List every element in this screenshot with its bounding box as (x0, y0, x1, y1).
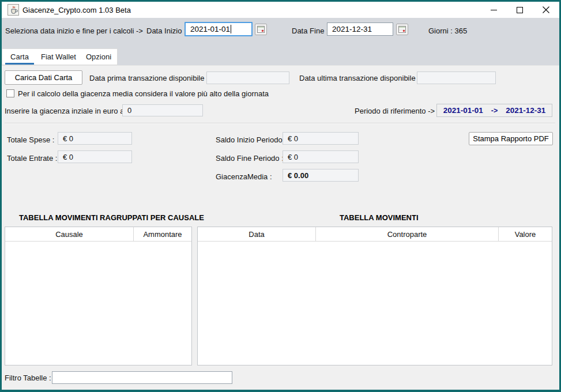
java-app-icon (7, 4, 19, 16)
left-table-title: TABELLA MOVIMENTI RAGRUPPATI PER CAUSALE (19, 213, 204, 222)
column-header-ammontare[interactable]: Ammontare (134, 227, 191, 241)
giacenza-media-checkbox-label: Per il calcolo della giacenza media cons… (18, 89, 269, 98)
data-inizio-value: 2021-01-01 (190, 25, 230, 33)
data-fine-label: Data Fine : (292, 27, 329, 35)
title-bar: Giacenze_Crypto.com 1.03 Beta (2, 2, 559, 18)
instruction-label: Seleziona data inizio e fine per i calco… (5, 27, 143, 35)
filtro-tabelle-input[interactable] (52, 371, 232, 384)
saldo-inizio-label: Saldo Inizio Periodo : (216, 135, 287, 144)
close-button[interactable] (533, 2, 559, 18)
date-toolbar: Seleziona data inizio e fine per i calco… (2, 18, 559, 47)
stampa-rapporto-pdf-button[interactable]: Stampa Rapporto PDF (469, 132, 553, 145)
periodo-riferimento-label: Periodo di riferimento -> (355, 107, 435, 115)
totale-entrate-label: Totale Entrate : (7, 154, 57, 163)
totale-entrate-field: € 0 (58, 150, 132, 163)
section-divider (5, 123, 555, 124)
periodo-end-date: 2021-12-31 (506, 106, 545, 115)
data-fine-calendar-button[interactable] (396, 24, 408, 35)
giacenza-media-field: € 0.00 (283, 169, 359, 182)
column-header-causale[interactable]: Causale (5, 227, 134, 241)
movimenti-table[interactable]: Data Controparte Valore (197, 227, 552, 365)
calendar-icon (398, 26, 406, 33)
tab-container: Carta Fiat Wallet Opzioni (2, 48, 118, 65)
text-caret (231, 25, 231, 33)
data-inizio-input[interactable]: 2021-01-01 (185, 22, 253, 36)
prima-transazione-label: Data prima transazione disponibile : (89, 74, 209, 82)
ultima-transazione-field[interactable] (417, 71, 496, 84)
data-inizio-calendar-button[interactable] (255, 24, 267, 35)
filtro-tabelle-label: Filtro Tabelle : (5, 374, 51, 382)
giacenza-iniziale-label: Inserire la giacenza inziale in euro al … (5, 107, 130, 115)
table-header-row: Data Controparte Valore (198, 227, 552, 242)
saldo-fine-label: Saldo Fine Periodo : (216, 154, 284, 163)
maximize-button[interactable] (507, 2, 533, 18)
periodo-arrow: -> (491, 107, 498, 115)
active-tab-indicator (5, 63, 34, 65)
data-fine-input[interactable]: 2021-12-31 (327, 22, 393, 36)
tab-strip: Carta Fiat Wallet Opzioni (2, 47, 559, 65)
totale-spese-label: Totale Spese : (7, 135, 54, 144)
movimenti-causale-table[interactable]: Causale Ammontare (5, 227, 192, 365)
giorni-label: Giorni : 365 (428, 27, 467, 35)
table-header-row: Causale Ammontare (5, 227, 191, 242)
saldo-fine-field: € 0 (283, 150, 359, 163)
right-table-title: TABELLA MOVIMENTI (340, 213, 419, 222)
carta-tab-panel: Carica Dati Carta Data prima transazione… (2, 65, 559, 390)
column-header-valore[interactable]: Valore (499, 227, 552, 241)
minimize-button[interactable] (481, 2, 507, 18)
column-header-data[interactable]: Data (198, 227, 316, 241)
saldo-inizio-field: € 0 (283, 132, 359, 145)
tab-carta[interactable]: Carta (2, 49, 37, 65)
calendar-icon (257, 26, 265, 33)
giacenza-media-checkbox[interactable] (6, 89, 14, 97)
giacenza-media-label: GiacenzaMedia : (216, 172, 272, 181)
tab-carta-label: Carta (10, 52, 29, 61)
periodo-riferimento-box: 2021-01-01 -> 2021-12-31 (436, 104, 552, 117)
column-header-controparte[interactable]: Controparte (316, 227, 499, 241)
close-icon (543, 6, 549, 13)
maximize-icon (517, 7, 523, 13)
tab-fiat-wallet[interactable]: Fiat Wallet (37, 49, 80, 65)
data-fine-value: 2021-12-31 (332, 25, 372, 33)
minimize-icon (491, 7, 497, 13)
tab-opzioni[interactable]: Opzioni (80, 49, 117, 65)
periodo-start-date: 2021-01-01 (443, 106, 483, 115)
tab-opzioni-label: Opzioni (86, 52, 111, 61)
data-inizio-label: Data Inizio : (146, 27, 186, 35)
window-title: Giacenze_Crypto.com 1.03 Beta (22, 6, 131, 14)
tab-fiat-wallet-label: Fiat Wallet (41, 52, 76, 61)
prima-transazione-field[interactable] (206, 71, 289, 84)
ultima-transazione-label: Data ultima transazione disponibile : (299, 74, 420, 82)
giacenza-iniziale-field[interactable]: 0 (122, 104, 203, 116)
totale-spese-field: € 0 (58, 132, 132, 145)
carica-dati-carta-button[interactable]: Carica Dati Carta (5, 70, 82, 85)
app-window: Giacenze_Crypto.com 1.03 Beta Seleziona … (0, 0, 561, 392)
